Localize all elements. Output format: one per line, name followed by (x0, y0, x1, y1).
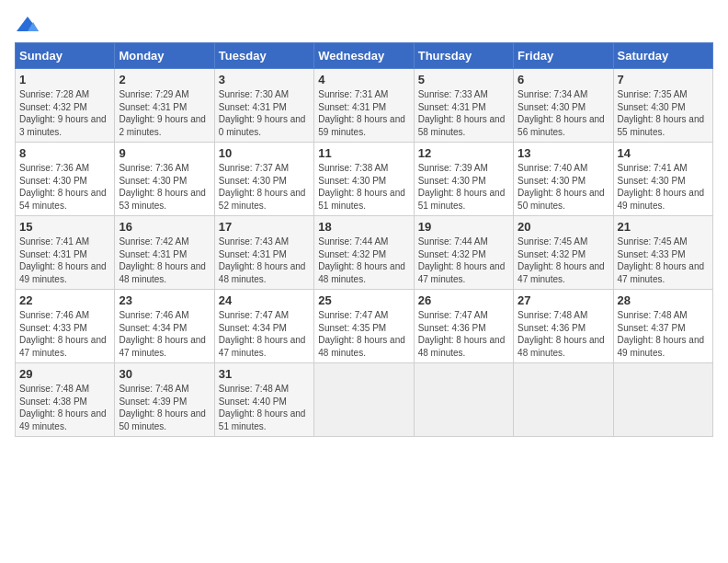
day-number: 6 (518, 73, 609, 86)
day-number: 3 (219, 73, 310, 86)
week-row-2: 8 Sunrise: 7:36 AM Sunset: 4:30 PM Dayli… (16, 143, 713, 216)
header-cell-monday: Monday (115, 43, 214, 69)
calendar-cell: 17 Sunrise: 7:43 AM Sunset: 4:31 PM Dayl… (214, 216, 313, 290)
calendar-cell: 12 Sunrise: 7:39 AM Sunset: 4:30 PM Dayl… (414, 143, 513, 216)
day-number: 13 (518, 146, 609, 160)
calendar-cell: 15 Sunrise: 7:41 AM Sunset: 4:31 PM Dayl… (16, 216, 115, 290)
calendar-cell: 10 Sunrise: 7:37 AM Sunset: 4:30 PM Dayl… (214, 143, 313, 216)
cell-content: Sunrise: 7:38 AM Sunset: 4:30 PM Dayligh… (318, 162, 409, 212)
day-number: 12 (418, 146, 509, 160)
week-row-3: 15 Sunrise: 7:41 AM Sunset: 4:31 PM Dayl… (16, 216, 713, 290)
cell-content: Sunrise: 7:30 AM Sunset: 4:31 PM Dayligh… (219, 88, 310, 138)
day-number: 7 (618, 73, 709, 86)
cell-content: Sunrise: 7:43 AM Sunset: 4:31 PM Dayligh… (219, 236, 310, 285)
cell-content: Sunrise: 7:35 AM Sunset: 4:30 PM Dayligh… (618, 88, 709, 138)
calendar-cell: 29 Sunrise: 7:48 AM Sunset: 4:38 PM Dayl… (16, 363, 115, 437)
day-number: 26 (418, 293, 509, 307)
cell-content: Sunrise: 7:46 AM Sunset: 4:33 PM Dayligh… (19, 309, 110, 359)
cell-content: Sunrise: 7:42 AM Sunset: 4:31 PM Dayligh… (119, 236, 210, 285)
header-cell-friday: Friday (514, 43, 613, 69)
calendar-table: SundayMondayTuesdayWednesdayThursdayFrid… (15, 42, 713, 437)
calendar-cell (613, 363, 712, 437)
calendar-cell: 5 Sunrise: 7:33 AM Sunset: 4:31 PM Dayli… (414, 69, 513, 143)
calendar-cell: 16 Sunrise: 7:42 AM Sunset: 4:31 PM Dayl… (115, 216, 214, 290)
header-cell-thursday: Thursday (414, 43, 513, 69)
day-number: 19 (418, 220, 509, 234)
header-row: SundayMondayTuesdayWednesdayThursdayFrid… (16, 43, 713, 69)
calendar-cell: 28 Sunrise: 7:48 AM Sunset: 4:37 PM Dayl… (613, 290, 712, 363)
day-number: 10 (219, 146, 310, 160)
day-number: 17 (219, 220, 310, 234)
day-number: 15 (19, 220, 110, 234)
calendar-cell: 27 Sunrise: 7:48 AM Sunset: 4:36 PM Dayl… (514, 290, 613, 363)
day-number: 4 (318, 73, 409, 86)
cell-content: Sunrise: 7:34 AM Sunset: 4:30 PM Dayligh… (518, 88, 609, 138)
day-number: 5 (418, 73, 509, 86)
calendar-cell (414, 363, 513, 437)
cell-content: Sunrise: 7:48 AM Sunset: 4:37 PM Dayligh… (618, 309, 709, 359)
calendar-cell: 19 Sunrise: 7:44 AM Sunset: 4:32 PM Dayl… (414, 216, 513, 290)
cell-content: Sunrise: 7:29 AM Sunset: 4:31 PM Dayligh… (119, 88, 210, 138)
day-number: 24 (219, 293, 310, 307)
day-number: 21 (618, 220, 709, 234)
header-cell-tuesday: Tuesday (214, 43, 313, 69)
day-number: 30 (119, 367, 210, 381)
day-number: 28 (618, 293, 709, 307)
calendar-cell: 26 Sunrise: 7:47 AM Sunset: 4:36 PM Dayl… (414, 290, 513, 363)
day-number: 18 (318, 220, 409, 234)
cell-content: Sunrise: 7:48 AM Sunset: 4:38 PM Dayligh… (19, 383, 110, 432)
week-row-4: 22 Sunrise: 7:46 AM Sunset: 4:33 PM Dayl… (16, 290, 713, 363)
cell-content: Sunrise: 7:31 AM Sunset: 4:31 PM Dayligh… (318, 88, 409, 138)
day-number: 2 (119, 73, 210, 86)
cell-content: Sunrise: 7:41 AM Sunset: 4:31 PM Dayligh… (19, 236, 110, 285)
calendar-cell: 24 Sunrise: 7:47 AM Sunset: 4:34 PM Dayl… (214, 290, 313, 363)
calendar-cell: 25 Sunrise: 7:47 AM Sunset: 4:35 PM Dayl… (314, 290, 414, 363)
header (15, 15, 713, 35)
day-number: 16 (119, 220, 210, 234)
cell-content: Sunrise: 7:33 AM Sunset: 4:31 PM Dayligh… (418, 88, 509, 138)
cell-content: Sunrise: 7:37 AM Sunset: 4:30 PM Dayligh… (219, 162, 310, 212)
calendar-cell: 11 Sunrise: 7:38 AM Sunset: 4:30 PM Dayl… (314, 143, 414, 216)
calendar-cell: 13 Sunrise: 7:40 AM Sunset: 4:30 PM Dayl… (514, 143, 613, 216)
cell-content: Sunrise: 7:41 AM Sunset: 4:30 PM Dayligh… (618, 162, 709, 212)
calendar-cell: 8 Sunrise: 7:36 AM Sunset: 4:30 PM Dayli… (16, 143, 115, 216)
day-number: 1 (19, 73, 110, 86)
week-row-1: 1 Sunrise: 7:28 AM Sunset: 4:32 PM Dayli… (16, 69, 713, 143)
calendar-cell: 14 Sunrise: 7:41 AM Sunset: 4:30 PM Dayl… (613, 143, 712, 216)
cell-content: Sunrise: 7:44 AM Sunset: 4:32 PM Dayligh… (418, 236, 509, 285)
calendar-cell: 31 Sunrise: 7:48 AM Sunset: 4:40 PM Dayl… (214, 363, 313, 437)
cell-content: Sunrise: 7:36 AM Sunset: 4:30 PM Dayligh… (119, 162, 210, 212)
cell-content: Sunrise: 7:48 AM Sunset: 4:39 PM Dayligh… (119, 383, 210, 432)
calendar-cell: 3 Sunrise: 7:30 AM Sunset: 4:31 PM Dayli… (214, 69, 313, 143)
week-row-5: 29 Sunrise: 7:48 AM Sunset: 4:38 PM Dayl… (16, 363, 713, 437)
cell-content: Sunrise: 7:48 AM Sunset: 4:40 PM Dayligh… (219, 383, 310, 432)
cell-content: Sunrise: 7:46 AM Sunset: 4:34 PM Dayligh… (119, 309, 210, 359)
cell-content: Sunrise: 7:45 AM Sunset: 4:32 PM Dayligh… (518, 236, 609, 285)
header-cell-wednesday: Wednesday (314, 43, 414, 69)
day-number: 25 (318, 293, 409, 307)
day-number: 29 (19, 367, 110, 381)
calendar-cell: 22 Sunrise: 7:46 AM Sunset: 4:33 PM Dayl… (16, 290, 115, 363)
cell-content: Sunrise: 7:47 AM Sunset: 4:34 PM Dayligh… (219, 309, 310, 359)
day-number: 9 (119, 146, 210, 160)
day-number: 8 (19, 146, 110, 160)
calendar-cell: 6 Sunrise: 7:34 AM Sunset: 4:30 PM Dayli… (514, 69, 613, 143)
cell-content: Sunrise: 7:48 AM Sunset: 4:36 PM Dayligh… (518, 309, 609, 359)
cell-content: Sunrise: 7:45 AM Sunset: 4:33 PM Dayligh… (618, 236, 709, 285)
calendar-cell: 23 Sunrise: 7:46 AM Sunset: 4:34 PM Dayl… (115, 290, 214, 363)
header-cell-sunday: Sunday (16, 43, 115, 69)
cell-content: Sunrise: 7:40 AM Sunset: 4:30 PM Dayligh… (518, 162, 609, 212)
cell-content: Sunrise: 7:47 AM Sunset: 4:35 PM Dayligh… (318, 309, 409, 359)
cell-content: Sunrise: 7:39 AM Sunset: 4:30 PM Dayligh… (418, 162, 509, 212)
logo (15, 15, 44, 35)
calendar-cell: 2 Sunrise: 7:29 AM Sunset: 4:31 PM Dayli… (115, 69, 214, 143)
cell-content: Sunrise: 7:47 AM Sunset: 4:36 PM Dayligh… (418, 309, 509, 359)
cell-content: Sunrise: 7:28 AM Sunset: 4:32 PM Dayligh… (19, 88, 110, 138)
calendar-cell: 18 Sunrise: 7:44 AM Sunset: 4:32 PM Dayl… (314, 216, 414, 290)
calendar-cell: 21 Sunrise: 7:45 AM Sunset: 4:33 PM Dayl… (613, 216, 712, 290)
header-cell-saturday: Saturday (613, 43, 712, 69)
logo-icon (15, 15, 40, 35)
day-number: 23 (119, 293, 210, 307)
day-number: 27 (518, 293, 609, 307)
day-number: 31 (219, 367, 310, 381)
